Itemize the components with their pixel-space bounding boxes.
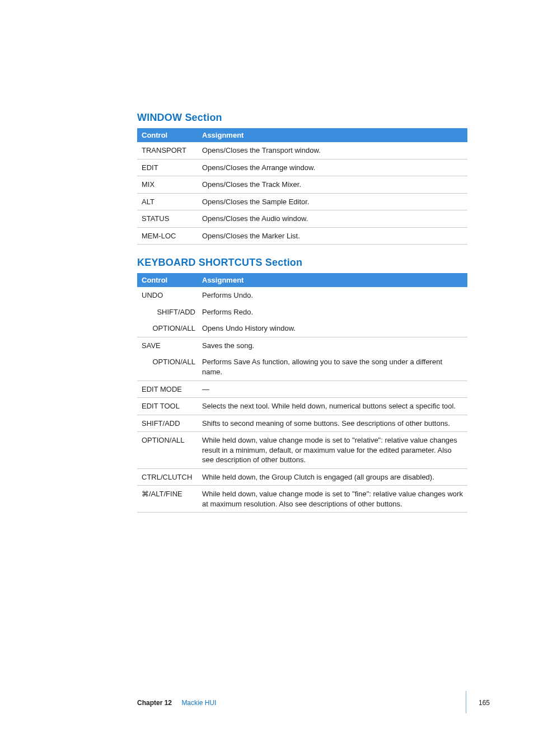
- assignment-cell: Opens Undo History window.: [198, 320, 467, 337]
- section-title: WINDOW Section: [137, 112, 467, 124]
- assignment-cell: Performs Save As function, allowing you …: [198, 354, 467, 381]
- col-header-assignment: Assignment: [198, 273, 467, 287]
- assignment-cell: While held down, the Group Clutch is eng…: [198, 468, 467, 486]
- content-area: WINDOW SectionControlAssignmentTRANSPORT…: [137, 112, 467, 513]
- control-cell: OPTION/ALL: [137, 354, 198, 381]
- control-cell: OPTION/ALL: [137, 320, 198, 337]
- table-row: SAVESaves the song.: [137, 337, 467, 354]
- assignment-cell: Opens/Closes the Transport window.: [198, 142, 467, 159]
- assignment-cell: Saves the song.: [198, 337, 467, 354]
- control-cell: MEM-LOC: [137, 227, 198, 245]
- table-row: CTRL/CLUTCHWhile held down, the Group Cl…: [137, 468, 467, 486]
- table-row: MEM-LOCOpens/Closes the Marker List.: [137, 227, 467, 245]
- table-row: STATUSOpens/Closes the Audio window.: [137, 210, 467, 228]
- page-number: 165: [479, 699, 490, 707]
- col-header-assignment: Assignment: [198, 128, 467, 142]
- table-row: MIXOpens/Closes the Track Mixer.: [137, 176, 467, 194]
- assignment-cell: Opens/Closes the Track Mixer.: [198, 176, 467, 194]
- control-cell: TRANSPORT: [137, 142, 198, 159]
- assignment-table: ControlAssignmentUNDOPerforms Undo.SHIFT…: [137, 273, 467, 513]
- assignment-cell: Performs Undo.: [198, 287, 467, 304]
- table-row: UNDOPerforms Undo.: [137, 287, 467, 304]
- section-title: KEYBOARD SHORTCUTS Section: [137, 257, 467, 269]
- col-header-control: Control: [137, 273, 198, 287]
- control-cell: CTRL/CLUTCH: [137, 468, 198, 486]
- control-cell: EDIT TOOL: [137, 398, 198, 415]
- assignment-cell: Performs Redo.: [198, 304, 467, 321]
- col-header-control: Control: [137, 128, 198, 142]
- footer-rule: [466, 691, 466, 713]
- assignment-table: ControlAssignmentTRANSPORTOpens/Closes t…: [137, 128, 467, 245]
- control-cell: EDIT MODE: [137, 381, 198, 398]
- table-row: ⌘/ALT/FINEWhile held down, value change …: [137, 486, 467, 513]
- control-cell: EDIT: [137, 159, 198, 176]
- assignment-cell: While held down, value change mode is se…: [198, 432, 467, 469]
- chapter-label: Chapter 12: [137, 699, 172, 707]
- table-row: OPTION/ALLPerforms Save As function, all…: [137, 354, 467, 381]
- control-cell: ⌘/ALT/FINE: [137, 486, 198, 513]
- assignment-cell: Opens/Closes the Marker List.: [198, 227, 467, 245]
- page-footer: Chapter 12 Mackie HUI 165: [137, 699, 490, 707]
- chapter-name: Mackie HUI: [181, 699, 216, 707]
- control-cell: UNDO: [137, 287, 198, 304]
- control-cell: OPTION/ALL: [137, 432, 198, 469]
- control-cell: SHIFT/ADD: [137, 415, 198, 432]
- control-cell: STATUS: [137, 210, 198, 228]
- table-row: EDIT MODE—: [137, 381, 467, 398]
- table-row: EDITOpens/Closes the Arrange window.: [137, 159, 467, 176]
- table-row: OPTION/ALLOpens Undo History window.: [137, 320, 467, 337]
- table-row: EDIT TOOLSelects the next tool. While he…: [137, 398, 467, 415]
- table-row: OPTION/ALLWhile held down, value change …: [137, 432, 467, 469]
- control-cell: MIX: [137, 176, 198, 194]
- table-row: SHIFT/ADDPerforms Redo.: [137, 304, 467, 321]
- table-row: SHIFT/ADDShifts to second meaning of som…: [137, 415, 467, 432]
- table-row: TRANSPORTOpens/Closes the Transport wind…: [137, 142, 467, 159]
- assignment-cell: Selects the next tool. While held down, …: [198, 398, 467, 415]
- assignment-cell: Opens/Closes the Sample Editor.: [198, 193, 467, 210]
- control-cell: ALT: [137, 193, 198, 210]
- control-cell: SHIFT/ADD: [137, 304, 198, 321]
- table-row: ALTOpens/Closes the Sample Editor.: [137, 193, 467, 210]
- assignment-cell: While held down, value change mode is se…: [198, 486, 467, 513]
- assignment-cell: —: [198, 381, 467, 398]
- assignment-cell: Opens/Closes the Arrange window.: [198, 159, 467, 176]
- control-cell: SAVE: [137, 337, 198, 354]
- assignment-cell: Opens/Closes the Audio window.: [198, 210, 467, 228]
- page: WINDOW SectionControlAssignmentTRANSPORT…: [0, 0, 534, 756]
- assignment-cell: Shifts to second meaning of some buttons…: [198, 415, 467, 432]
